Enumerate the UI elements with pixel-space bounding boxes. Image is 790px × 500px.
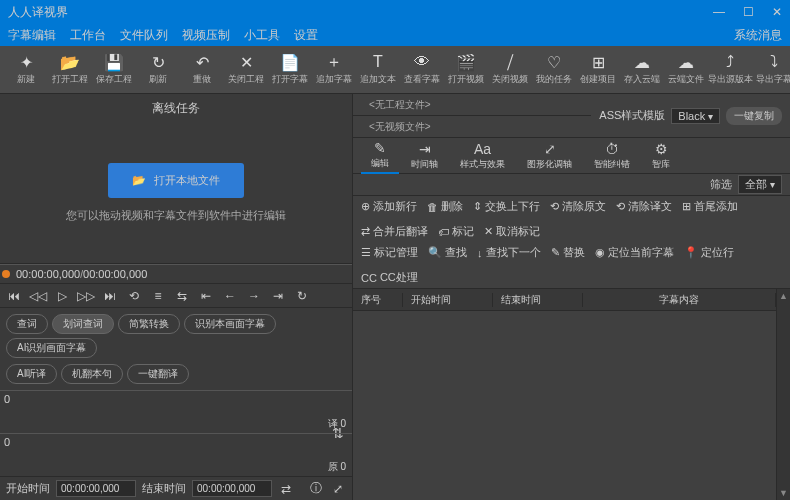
pill-AI听译[interactable]: AI听译	[6, 364, 57, 384]
action-合并后翻译[interactable]: ⇄合并后翻译	[361, 224, 428, 239]
skip-back-icon[interactable]: ⏮	[6, 288, 22, 304]
toolbar-icon: ↶	[193, 53, 211, 71]
offline-task-area: 离线任务 📂 打开本地文件 您可以拖动视频和字幕文件到软件中进行编辑	[0, 94, 352, 264]
pill-简繁转换[interactable]: 简繁转换	[118, 314, 180, 334]
toolbar-新建[interactable]: ✦新建	[4, 48, 48, 92]
action-首尾添加[interactable]: ⊞首尾添加	[682, 199, 738, 214]
toolbar-云端文件[interactable]: ☁云端文件	[664, 48, 708, 92]
toolbar-打开视频[interactable]: 🎬打开视频	[444, 48, 488, 92]
subtab-图形化调轴[interactable]: ⤢图形化调轴	[517, 139, 582, 173]
project-tab[interactable]: <无工程文件>	[361, 96, 439, 114]
expand-icon[interactable]: ⤢	[330, 481, 346, 497]
toolbar-关闭视频[interactable]: ⧸关闭视频	[488, 48, 532, 92]
ass-template-select[interactable]: Black ▾	[671, 108, 720, 124]
action-清除原文[interactable]: ⟲清除原文	[550, 199, 606, 214]
forward-icon[interactable]: ▷▷	[78, 288, 94, 304]
translation-track[interactable]: 0 译 0	[0, 390, 352, 433]
toolbar-关闭工程[interactable]: ✕关闭工程	[224, 48, 268, 92]
minimize-button[interactable]: —	[713, 5, 725, 19]
toolbar-刷新[interactable]: ↻刷新	[136, 48, 180, 92]
style-controls: ASS样式模版 Black ▾ 一键复制	[591, 94, 790, 138]
folder-icon: 📂	[132, 174, 146, 187]
menu-item-0[interactable]: 字幕编辑	[8, 27, 56, 44]
menu-item-4[interactable]: 小工具	[244, 27, 280, 44]
action-添加新行[interactable]: ⊕添加新行	[361, 199, 417, 214]
step-back-icon[interactable]: ←	[222, 288, 238, 304]
action-标记[interactable]: 🏷标记	[438, 224, 474, 239]
align-icon[interactable]: ≡	[150, 288, 166, 304]
action-交换上下行[interactable]: ⇕交换上下行	[473, 199, 540, 214]
pill-识别本画面字幕[interactable]: 识别本画面字幕	[184, 314, 276, 334]
system-messages[interactable]: 系统消息	[734, 27, 782, 44]
toolbar-保存工程[interactable]: 💾保存工程	[92, 48, 136, 92]
action-查找下一个[interactable]: ↓查找下一个	[477, 245, 541, 260]
scroll-down-icon[interactable]: ▼	[779, 488, 788, 498]
toolbar-查看字幕[interactable]: 👁查看字幕	[400, 48, 444, 92]
toolbar-打开工程[interactable]: 📂打开工程	[48, 48, 92, 92]
subtab-时间轴[interactable]: ⇥时间轴	[401, 139, 448, 173]
mark-out-icon[interactable]: ⇥	[270, 288, 286, 304]
toolbar-icon: ✦	[17, 53, 35, 71]
pill-划词查词[interactable]: 划词查词	[52, 314, 114, 334]
open-local-file-button[interactable]: 📂 打开本地文件	[108, 163, 244, 198]
subtab-编辑[interactable]: ✎编辑	[361, 138, 399, 174]
toolbar-追加字幕[interactable]: ＋追加字幕	[312, 48, 356, 92]
filter-select[interactable]: 全部 ▾	[738, 175, 782, 194]
toolbar-导出源版本[interactable]: ⤴导出源版本	[708, 48, 752, 92]
rewind-icon[interactable]: ◁◁	[30, 288, 46, 304]
pill-机翻本句[interactable]: 机翻本句	[61, 364, 123, 384]
mark-in-icon[interactable]: ⇤	[198, 288, 214, 304]
col-end: 结束时间	[493, 293, 583, 307]
menu-item-5[interactable]: 设置	[294, 27, 318, 44]
sync-icon[interactable]: ⇄	[278, 481, 294, 497]
original-track[interactable]: 0 原 0	[0, 433, 352, 476]
pill-一键翻译[interactable]: 一键翻译	[127, 364, 189, 384]
video-tab[interactable]: <无视频文件>	[361, 118, 439, 136]
scrollbar[interactable]: ▲ ▼	[776, 289, 790, 500]
pill-AI识别画面字幕[interactable]: AI识别画面字幕	[6, 338, 97, 358]
action-替换[interactable]: ✎替换	[551, 245, 585, 260]
copy-all-button[interactable]: 一键复制	[726, 107, 782, 125]
toolbar-icon: 🎬	[457, 53, 475, 71]
editor-tabs: ✎编辑⇥时间轴Aa样式与效果⤢图形化调轴⏱智能纠错⚙智库	[353, 138, 790, 174]
toolbar-创建项目[interactable]: ⊞创建项目	[576, 48, 620, 92]
action-标记管理[interactable]: ☰标记管理	[361, 245, 418, 260]
start-time-input[interactable]	[56, 480, 136, 497]
loop-range-icon[interactable]: ↻	[294, 288, 310, 304]
help-icon[interactable]: ⓘ	[308, 481, 324, 497]
toolbar-打开字幕[interactable]: 📄打开字幕	[268, 48, 312, 92]
step-fwd-icon[interactable]: →	[246, 288, 262, 304]
end-time-input[interactable]	[192, 480, 272, 497]
toolbar-导出字幕[interactable]: ⤵导出字幕	[752, 48, 790, 92]
toolbar-追加文本[interactable]: T追加文本	[356, 48, 400, 92]
menu-item-1[interactable]: 工作台	[70, 27, 106, 44]
time-footer: 开始时间 结束时间 ⇄ ⓘ ⤢	[0, 476, 352, 500]
menu-item-3[interactable]: 视频压制	[182, 27, 230, 44]
subtab-智能纠错[interactable]: ⏱智能纠错	[584, 139, 640, 173]
loop-icon[interactable]: ⟲	[126, 288, 142, 304]
swap-icon[interactable]: ⇆	[174, 288, 190, 304]
toolbar-icon: T	[369, 53, 387, 71]
action-定位行[interactable]: 📍定位行	[684, 245, 734, 260]
subtab-样式与效果[interactable]: Aa样式与效果	[450, 139, 515, 173]
action-CC处理[interactable]: CCCC处理	[361, 270, 418, 285]
close-button[interactable]: ✕	[772, 5, 782, 19]
toolbar-重做[interactable]: ↶重做	[180, 48, 224, 92]
action-定位当前字幕[interactable]: ◉定位当前字幕	[595, 245, 674, 260]
action-取消标记[interactable]: ✕取消标记	[484, 224, 540, 239]
action-查找[interactable]: 🔍查找	[428, 245, 467, 260]
toolbar-存入云端[interactable]: ☁存入云端	[620, 48, 664, 92]
original-count: 原 0	[328, 460, 346, 474]
action-删除[interactable]: 🗑删除	[427, 199, 463, 214]
tool-pills-row1: 查词划词查词简繁转换识别本画面字幕AI识别画面字幕	[0, 308, 352, 364]
subtab-智库[interactable]: ⚙智库	[642, 139, 680, 173]
toolbar-我的任务[interactable]: ♡我的任务	[532, 48, 576, 92]
maximize-button[interactable]: ☐	[743, 5, 754, 19]
skip-fwd-icon[interactable]: ⏭	[102, 288, 118, 304]
pill-查词[interactable]: 查词	[6, 314, 48, 334]
subtitle-table-body[interactable]	[353, 311, 776, 500]
action-清除译文[interactable]: ⟲清除译文	[616, 199, 672, 214]
play-icon[interactable]: ▷	[54, 288, 70, 304]
menu-item-2[interactable]: 文件队列	[120, 27, 168, 44]
scroll-up-icon[interactable]: ▲	[779, 291, 788, 301]
